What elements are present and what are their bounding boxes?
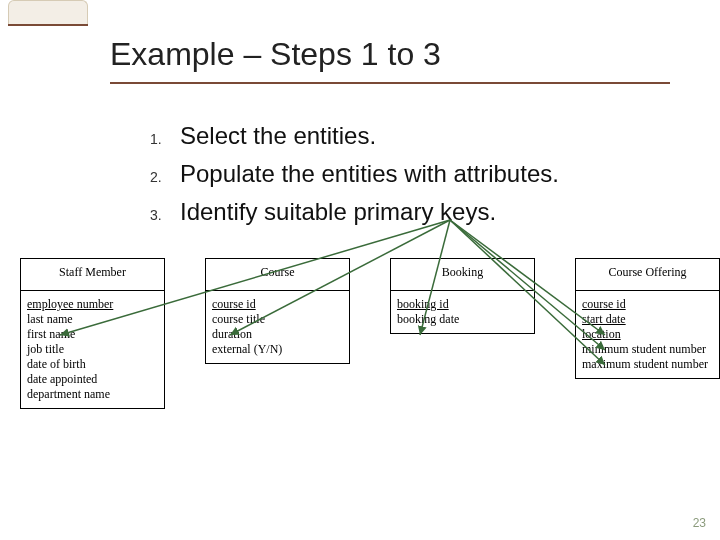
attribute: department name — [27, 387, 158, 402]
attribute: course title — [212, 312, 343, 327]
title-underline — [110, 82, 670, 84]
step-text: Identify suitable primary keys. — [180, 198, 496, 226]
attribute: job title — [27, 342, 158, 357]
step-text: Select the entities. — [180, 122, 376, 150]
slide-title: Example – Steps 1 to 3 — [110, 36, 441, 73]
attribute-pk: booking id — [397, 297, 528, 312]
entity-name: Booking — [391, 259, 534, 291]
page-number: 23 — [693, 516, 706, 530]
attribute-pk: start date — [582, 312, 713, 327]
attribute-pk: employee number — [27, 297, 158, 312]
steps-list: 1. Select the entities. 2. Populate the … — [150, 112, 559, 236]
entity-box: Coursecourse idcourse titledurationexter… — [205, 258, 350, 364]
entity-name: Staff Member — [21, 259, 164, 291]
attribute-pk: location — [582, 327, 713, 342]
attribute-pk: course id — [212, 297, 343, 312]
entity-attributes: employee numberlast namefirst namejob ti… — [21, 291, 164, 408]
attribute: duration — [212, 327, 343, 342]
attribute: first name — [27, 327, 158, 342]
step-text: Populate the entities with attributes. — [180, 160, 559, 188]
attribute: last name — [27, 312, 158, 327]
entity-diagram: Staff Memberemployee numberlast namefirs… — [10, 258, 710, 498]
attribute: date appointed — [27, 372, 158, 387]
entity-attributes: course idcourse titledurationexternal (Y… — [206, 291, 349, 363]
entity-box: Staff Memberemployee numberlast namefirs… — [20, 258, 165, 409]
attribute-pk: course id — [582, 297, 713, 312]
step-number: 2. — [150, 169, 180, 185]
attribute: date of birth — [27, 357, 158, 372]
corner-tab — [8, 0, 88, 24]
step-item: 2. Populate the entities with attributes… — [150, 160, 559, 188]
entity-box: Bookingbooking idbooking date — [390, 258, 535, 334]
attribute: external (Y/N) — [212, 342, 343, 357]
tab-underline — [8, 24, 88, 26]
attribute: booking date — [397, 312, 528, 327]
step-item: 1. Select the entities. — [150, 122, 559, 150]
attribute: maximum student number — [582, 357, 713, 372]
step-item: 3. Identify suitable primary keys. — [150, 198, 559, 226]
step-number: 1. — [150, 131, 180, 147]
entity-name: Course — [206, 259, 349, 291]
slide: Example – Steps 1 to 3 1. Select the ent… — [0, 0, 720, 540]
entity-attributes: booking idbooking date — [391, 291, 534, 333]
step-number: 3. — [150, 207, 180, 223]
entity-attributes: course idstart datelocationminimum stude… — [576, 291, 719, 378]
entity-name: Course Offering — [576, 259, 719, 291]
entity-box: Course Offeringcourse idstart datelocati… — [575, 258, 720, 379]
attribute: minimum student number — [582, 342, 713, 357]
